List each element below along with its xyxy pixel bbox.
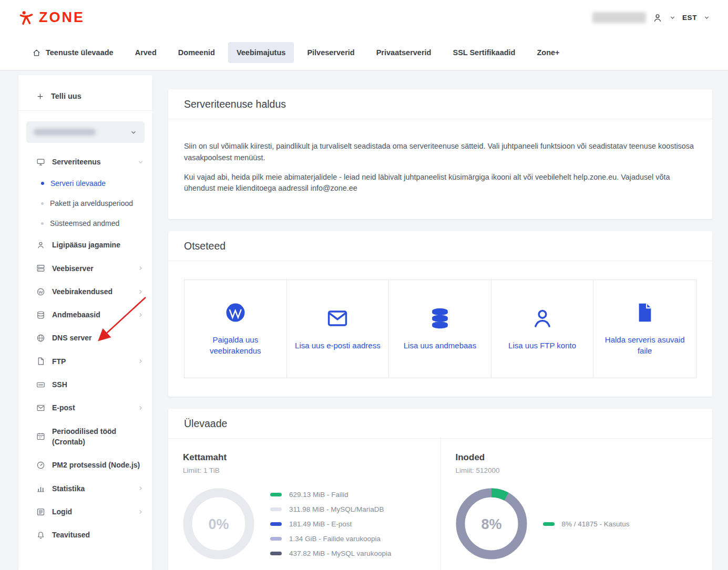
server-icon [36, 264, 45, 273]
nav-label: Teenuste ülevaade [46, 48, 114, 57]
chevron-down-icon[interactable] [669, 14, 676, 21]
service-management-card: Serveriteenuse haldus Siin on sul võimal… [168, 89, 712, 219]
chevron-right-icon [137, 509, 144, 515]
sidebar: Telli uus Serveriteenus Serveri ülevaade… [18, 75, 152, 570]
zone-logo-text: zone [39, 11, 85, 25]
sidebar-item-ligipaasu-jagamine[interactable]: Ligipääsu jagamine [18, 233, 152, 256]
bullet-dot [41, 202, 44, 205]
main-content: Serveriteenuse haldus Siin on sul võimal… [168, 89, 712, 570]
chevron-right-icon [137, 265, 144, 272]
shortcut-add-ftp-account[interactable]: Lisa uus FTP konto [491, 280, 594, 378]
disk-usage-panel: Kettamaht Limiit: 1 TiB 0% 629.13 MiB - … [168, 439, 440, 570]
shortcut-add-database[interactable]: Lisa uus andmebaas [389, 280, 491, 378]
shortcut-add-email[interactable]: Lisa uus e-posti aadress [287, 280, 389, 378]
wordpress-icon [36, 287, 45, 296]
zone-logo[interactable]: zone [18, 10, 85, 26]
legend-row: 437.82 MiB - MySQL varukoopia [270, 550, 392, 557]
bell-icon [36, 531, 45, 540]
monitor-icon [36, 158, 45, 167]
card-title: Otseteed [168, 231, 712, 261]
bar-chart-icon [36, 484, 45, 493]
nav-label: Pilveserverid [307, 48, 354, 57]
inodes-donut-chart: 8% [456, 488, 527, 559]
nav-item-ssl-sertifikaadid[interactable]: SSL Sertifikaadid [444, 42, 524, 63]
chevron-right-icon [137, 288, 144, 295]
shortcuts-card: Otseteed Paigalda uus veebirakendus Lisa… [168, 231, 712, 397]
sidebar-item-veebiserver[interactable]: Veebiserver [18, 257, 152, 280]
nav-item-arved[interactable]: Arved [127, 42, 165, 63]
disk-limit: Limiit: 1 TiB [183, 467, 426, 474]
legend-swatch [270, 537, 282, 541]
nav-label: Arved [135, 48, 157, 57]
sidebar-item-statistika[interactable]: Statistika [18, 477, 152, 500]
sidebar-item-veebirakendused[interactable]: Veebirakendused [18, 280, 152, 303]
inodes-limit: Limiit: 512000 [456, 467, 698, 474]
shortcut-install-webapp[interactable]: Paigalda uus veebirakendus [184, 280, 287, 378]
sidebar-item-pm2[interactable]: PM2 protsessid (Node.js) [18, 453, 152, 476]
redacted-service-name [34, 129, 96, 136]
sidebar-item-serveriteenus[interactable]: Serveriteenus [18, 150, 152, 173]
panel-title: Kettamaht [183, 452, 426, 463]
ssh-terminal-icon [36, 380, 45, 389]
inodes-panel: Inoded Limiit: 512000 8% 8% / 41875 - Ka… [440, 439, 713, 570]
sidebar-item-crontab[interactable]: Perioodilised tööd (Crontab) [18, 420, 152, 454]
inodes-legend: 8% / 41875 - Kasutus [543, 520, 630, 528]
user-icon [531, 307, 553, 329]
database-icon [36, 310, 45, 319]
sidebar-item-andmebaasid[interactable]: Andmebaasid [18, 303, 152, 326]
sidebar-item-ftp[interactable]: FTP [18, 350, 152, 373]
chevron-down-icon [137, 159, 144, 165]
nav-label: SSL Sertifikaadid [453, 48, 515, 57]
app-header: zone EST [0, 0, 728, 35]
database-icon [429, 307, 451, 329]
nav-item-pilveserverid[interactable]: Pilveserverid [299, 42, 363, 63]
nav-label: Veebimajutus [237, 48, 285, 57]
chevron-right-icon [137, 485, 144, 492]
gauge-icon [36, 461, 45, 470]
legend-row: 629.13 MiB - Failid [270, 491, 392, 499]
mail-icon [36, 403, 45, 412]
legend-swatch [270, 522, 282, 526]
shortcut-tiles: Paigalda uus veebirakendus Lisa uus e-po… [184, 279, 696, 378]
sidebar-item-teavitused[interactable]: Teavitused [18, 523, 152, 546]
sidebar-subitem-susteemsed-andmed[interactable]: Süsteemsed andmed [18, 213, 152, 233]
user-icon [36, 241, 45, 250]
sidebar-item-dns-server[interactable]: DNS server [18, 326, 152, 349]
legend-row: 1.34 GiB - Failide varukoopia [270, 535, 392, 543]
nav-item-veebimajutus[interactable]: Veebimajutus [228, 42, 294, 63]
nav-label: Domeenid [178, 48, 215, 57]
wordpress-icon [224, 302, 247, 324]
order-new-label: Telli uus [51, 92, 81, 100]
redacted-account-name [592, 12, 646, 23]
language-selector[interactable]: EST [682, 14, 697, 22]
user-icon[interactable] [652, 13, 663, 23]
nav-item-domeenid[interactable]: Domeenid [170, 42, 223, 63]
chevron-down-icon[interactable] [703, 14, 710, 21]
sidebar-item-ssh[interactable]: SSH [18, 373, 152, 396]
sidebar-item-epost[interactable]: E-post [18, 396, 152, 419]
legend-swatch [270, 507, 282, 511]
disk-donut-chart: 0% [183, 488, 254, 559]
chevron-down-icon [130, 129, 137, 136]
inodes-percent-label: 8% [481, 516, 501, 532]
main-nav: Teenuste ülevaade Arved Domeenid Veebima… [0, 35, 728, 70]
shortcut-manage-files[interactable]: Halda serveris asuvaid faile [593, 280, 696, 378]
chevron-right-icon [137, 358, 144, 365]
legend-swatch [270, 552, 282, 555]
legend-row: 8% / 41875 - Kasutus [543, 520, 630, 528]
legend-swatch [543, 522, 555, 526]
bullet-dot [41, 182, 44, 185]
plus-icon [36, 92, 44, 100]
sidebar-subitem-pakett[interactable]: Pakett ja arveldusperiood [18, 193, 152, 213]
chevron-right-icon [137, 312, 144, 318]
sidebar-subitem-serveri-ulevaade[interactable]: Serveri ülevaade [18, 173, 152, 193]
card-title: Ülevaade [168, 409, 712, 439]
order-new-button[interactable]: Telli uus [18, 86, 152, 111]
nav-item-privaatserverid[interactable]: Privaatserverid [368, 42, 440, 63]
sidebar-item-logid[interactable]: Logid [18, 500, 152, 523]
nav-label: Zone+ [537, 48, 559, 57]
nav-label: Privaatserverid [376, 48, 432, 57]
nav-item-zone-plus[interactable]: Zone+ [528, 42, 568, 63]
nav-item-teenuste-ulevaade[interactable]: Teenuste ülevaade [24, 42, 122, 64]
service-selector[interactable] [26, 121, 145, 143]
